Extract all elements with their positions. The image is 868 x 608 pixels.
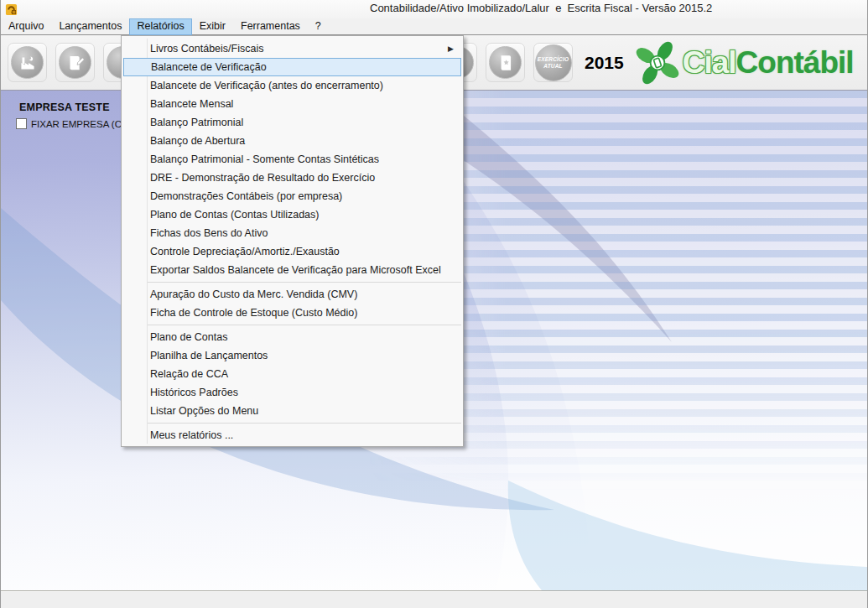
menubar-item-ferramentas[interactable]: Ferramentas <box>233 18 308 35</box>
status-bar <box>1 590 867 608</box>
toolbar-button-lancamentos[interactable] <box>55 43 95 82</box>
menu-item-label: Balanço de Abertura <box>150 135 245 147</box>
menu-item-label: Balanço Patrimonial <box>150 117 243 128</box>
menu-item-label: Exportar Saldos Balancete de Verificação… <box>150 264 441 276</box>
fix-company-label: FIXAR EMPRESA (Ctr <box>31 119 127 129</box>
logo-pinwheel-icon <box>634 39 681 86</box>
menu-item-ficha-controle-estoque[interactable]: Ficha de Controle de Estoque (Custo Médi… <box>123 304 461 322</box>
menu-item-label: DRE - Demonstração de Resultado do Exerc… <box>150 172 375 184</box>
menu-item-livros-contabeis-fiscais[interactable]: Livros Contábeis/Fiscais ▶ <box>123 39 461 58</box>
menu-item-label: Balancete de Verificação <box>151 61 267 73</box>
menu-item-plano-contas-utilizadas[interactable]: Plano de Contas (Contas Utilizadas) <box>123 205 461 224</box>
menu-separator <box>148 282 461 283</box>
company-block: EMPRESA TESTE FIXAR EMPRESA (Ctr <box>19 101 127 129</box>
menu-item-balanco-patrimonial[interactable]: Balanço Patrimonial <box>123 113 461 132</box>
submenu-arrow-icon: ▶ <box>448 39 454 58</box>
menu-separator <box>148 325 461 325</box>
menu-item-planilha-lancamentos[interactable]: Planilha de Lançamentos <box>123 346 461 365</box>
menu-item-label: Planilha de Lançamentos <box>150 350 268 361</box>
app-icon <box>5 3 18 16</box>
year-label: 2015 <box>585 53 624 73</box>
menu-item-meus-relatorios[interactable]: Meus relatórios ... <box>123 426 461 444</box>
menu-item-label: Controle Depreciação/Amortiz./Exaustão <box>150 246 340 257</box>
relatorios-dropdown-menu: Livros Contábeis/Fiscais ▶ Balancete de … <box>121 35 464 447</box>
menu-item-label: Relação de CCA <box>150 368 228 380</box>
menu-item-demonstracoes-contabeis[interactable]: Demonstrações Contábeis (por empresa) <box>123 187 461 205</box>
menu-item-historicos-padroes[interactable]: Históricos Padrões <box>123 383 461 402</box>
menu-item-label: Balancete de Verificação (antes do encer… <box>150 80 383 91</box>
menu-item-listar-opcoes-menu[interactable]: Listar Opções do Menu <box>123 402 461 420</box>
toolbar-button-livro-fiscal[interactable] <box>486 43 525 82</box>
menu-item-label: Apuração do Custo da Merc. Vendida (CMV) <box>150 288 357 300</box>
fix-company-row[interactable]: FIXAR EMPRESA (Ctr <box>16 118 127 129</box>
menu-item-controle-depreciacao[interactable]: Controle Depreciação/Amortiz./Exaustão <box>123 242 461 261</box>
logo-wordmark: CialContábil <box>683 45 854 81</box>
menu-item-label: Demonstrações Contábeis (por empresa) <box>150 190 342 202</box>
menu-bar: Arquivo Lançamentos Relatórios Exibir Fe… <box>1 18 867 35</box>
menu-item-dre[interactable]: DRE - Demonstração de Resultado do Exerc… <box>123 169 461 187</box>
menu-item-fichas-bens-ativo[interactable]: Fichas dos Bens do Ativo <box>123 224 461 242</box>
book-pencil-icon <box>59 46 91 79</box>
toolbar-button-empresa[interactable] <box>8 43 47 82</box>
menu-item-balancete-verificacao[interactable]: Balancete de Verificação <box>123 58 461 76</box>
toolbar-button-exercicio-atual[interactable]: EXERCÍCIO ATUAL <box>533 43 573 82</box>
menu-item-label: Meus relatórios ... <box>150 429 233 441</box>
menubar-item-relatorios[interactable]: Relatórios <box>129 18 191 35</box>
menu-item-relacao-cca[interactable]: Relação de CCA <box>123 365 461 383</box>
logo-word-cial: Cial <box>683 45 736 80</box>
fix-company-checkbox[interactable] <box>16 118 27 129</box>
menu-item-label: Históricos Padrões <box>150 387 238 398</box>
logo-word-contabil: Contábil <box>736 45 854 80</box>
window-title: Contabilidade/Ativo Imobilizado/Lalur e … <box>370 2 712 14</box>
menu-item-label: Balancete Mensal <box>150 98 233 110</box>
menubar-item-arquivo[interactable]: Arquivo <box>1 18 51 35</box>
menu-separator <box>148 423 461 424</box>
menu-item-plano-de-contas[interactable]: Plano de Contas <box>123 328 461 346</box>
menu-item-exportar-saldos-excel[interactable]: Exportar Saldos Balancete de Verificação… <box>123 261 461 279</box>
menu-item-balanco-abertura[interactable]: Balanço de Abertura <box>123 132 461 150</box>
menu-item-label: Plano de Contas (Contas Utilizadas) <box>150 209 320 221</box>
exercicio-atual-icon: EXERCÍCIO ATUAL <box>535 44 572 81</box>
menu-item-balanco-patrimonial-sinteticas[interactable]: Balanço Patrimonial - Somente Contas Sin… <box>123 150 461 169</box>
menubar-item-exibir[interactable]: Exibir <box>192 18 233 35</box>
menu-item-label: Listar Opções do Menu <box>150 405 258 417</box>
menu-item-label: Plano de Contas <box>150 331 227 343</box>
brand-logo: CialContábil <box>634 39 854 86</box>
menubar-item-help[interactable]: ? <box>308 18 329 35</box>
menu-item-label: Fichas dos Bens do Ativo <box>150 227 268 239</box>
application-window: Contabilidade/Ativo Imobilizado/Lalur e … <box>0 0 868 608</box>
menu-item-balancete-verificacao-antes-encerramento[interactable]: Balancete de Verificação (antes do encer… <box>123 76 461 95</box>
menu-item-label: Balanço Patrimonial - Somente Contas Sin… <box>150 153 379 165</box>
menubar-item-lancamentos[interactable]: Lançamentos <box>51 18 129 35</box>
book-icon <box>489 46 522 79</box>
title-bar: Contabilidade/Ativo Imobilizado/Lalur e … <box>1 0 867 18</box>
menu-item-label: Livros Contábeis/Fiscais <box>150 43 263 55</box>
menu-item-label: Ficha de Controle de Estoque (Custo Médi… <box>150 307 357 319</box>
factory-icon <box>11 46 44 79</box>
menu-item-apuracao-cmv[interactable]: Apuração do Custo da Merc. Vendida (CMV) <box>123 285 461 304</box>
exercicio-atual-line2: ATUAL <box>538 63 569 70</box>
company-name-label: EMPRESA TESTE <box>19 101 127 113</box>
menu-item-balancete-mensal[interactable]: Balancete Mensal <box>123 95 461 113</box>
exercicio-atual-line1: EXERCÍCIO <box>538 56 569 63</box>
